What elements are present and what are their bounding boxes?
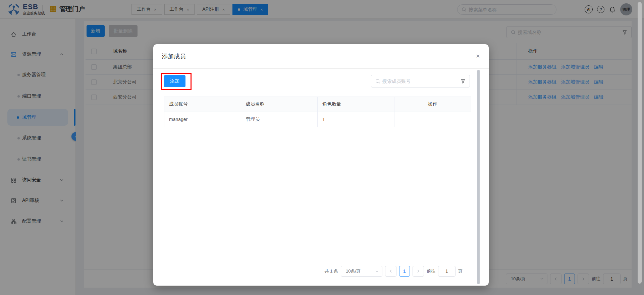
dialog-title: 添加成员 xyxy=(162,52,186,60)
dialog-header: 添加成员 xyxy=(153,44,489,69)
column-header-role-count: 角色数量 xyxy=(318,97,394,112)
chevron-left-icon xyxy=(389,269,393,273)
page: ESB 企业服务总线 管理门户 工作台 × xyxy=(0,0,644,295)
member-table: 成员账号 成员名称 角色数量 操作 manager 管理员 1 xyxy=(164,97,471,127)
page-size-value: 10条/页 xyxy=(346,268,361,274)
add-member-button[interactable]: 添加 xyxy=(164,75,185,87)
page-unit-label: 页 xyxy=(458,268,463,274)
column-header-account: 成员账号 xyxy=(164,97,241,112)
member-table-row: manager 管理员 1 xyxy=(164,112,471,127)
member-actions-cell xyxy=(394,112,471,127)
chevron-down-icon xyxy=(375,270,379,273)
dialog-footer-divider xyxy=(153,279,489,279)
member-search-box[interactable] xyxy=(371,75,470,87)
prev-page-button[interactable] xyxy=(385,266,396,277)
dialog-scrollbar[interactable] xyxy=(477,70,480,284)
column-header-member-name: 成员名称 xyxy=(241,97,318,112)
page-number-button[interactable]: 1 xyxy=(399,266,410,277)
column-header-actions: 操作 xyxy=(394,97,471,112)
member-name-cell: 管理员 xyxy=(241,112,318,127)
member-account-cell: manager xyxy=(164,112,241,127)
page-scrollbar[interactable] xyxy=(638,2,642,284)
page-size-select[interactable]: 10条/页 xyxy=(341,266,382,277)
next-page-button[interactable] xyxy=(413,266,424,277)
goto-page-input[interactable] xyxy=(438,266,455,277)
add-member-dialog: 添加成员 × 添加 成员账号 成员名称 角色数量 操作 manager 管理员 xyxy=(153,44,489,286)
dialog-pagination: 共 1 条 10条/页 1 前往 页 xyxy=(164,266,471,277)
filter-icon xyxy=(461,79,466,84)
member-roles-cell: 1 xyxy=(318,112,394,127)
member-table-header-row: 成员账号 成员名称 角色数量 操作 xyxy=(164,97,471,112)
total-count-label: 共 1 条 xyxy=(325,268,338,274)
member-search-input[interactable] xyxy=(382,78,459,84)
dialog-close-icon[interactable]: × xyxy=(476,52,480,59)
chevron-right-icon xyxy=(416,269,420,273)
search-icon xyxy=(375,79,380,84)
goto-label: 前往 xyxy=(427,268,435,274)
